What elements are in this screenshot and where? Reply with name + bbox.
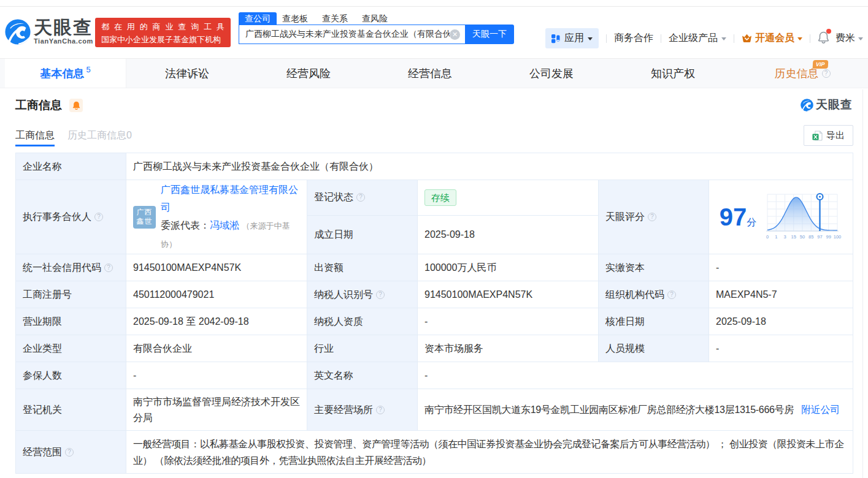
score-number: 97	[720, 203, 747, 230]
table-row: 统一社会信用代码? 91450100MAEXP4N57K 出资额 100000万…	[16, 254, 853, 281]
subscribe-bell-button[interactable]	[69, 99, 83, 112]
apps-menu-button[interactable]: 应用	[545, 28, 599, 48]
paid-capital-value: -	[709, 254, 853, 281]
field-label: 登记状态?	[307, 180, 418, 216]
help-icon[interactable]: ?	[376, 406, 385, 414]
excel-icon	[812, 131, 823, 141]
search-tab-0[interactable]: 查公司	[239, 12, 277, 25]
nav-tab-2[interactable]: 经营风险	[248, 59, 369, 88]
table-row: 企业类型 有限合伙企业 行业 资本市场服务 人员规模 -	[16, 335, 853, 362]
business-coop-link[interactable]: 商务合作	[614, 32, 653, 45]
subtab-history[interactable]: 历史工商信息0	[67, 129, 132, 142]
help-icon[interactable]: ?	[65, 448, 74, 457]
open-vip-button[interactable]: 开通会员	[742, 32, 802, 45]
section-title: 工商信息	[15, 97, 62, 113]
user-menu[interactable]: 费米	[835, 32, 863, 45]
open-vip-label: 开通会员	[755, 32, 794, 45]
subtabs-row: 工商信息 历史工商信息0 导出	[0, 122, 868, 153]
tax-id-value: 91450100MAEXP4N57K	[418, 281, 599, 308]
vip-caret-icon	[797, 37, 802, 40]
field-label: 经营范围?	[16, 431, 126, 474]
export-button[interactable]: 导出	[804, 125, 853, 146]
field-label: 统一社会信用代码?	[16, 254, 126, 281]
clear-search-icon[interactable]: ✕	[450, 29, 460, 40]
slogan-line2: 国家中小企业发展子基金旗下机构	[101, 33, 225, 46]
score-cell: 97分 0131550859799100	[709, 180, 853, 254]
svg-text:1: 1	[775, 234, 777, 240]
help-icon[interactable]: ?	[648, 213, 656, 221]
bell-orange-icon	[72, 101, 80, 110]
enterprise-product-menu[interactable]: 企业级产品	[669, 32, 726, 45]
nearby-company-link[interactable]: 附近公司	[801, 404, 840, 415]
nav-tab-4[interactable]: 公司发展	[491, 59, 612, 88]
field-label: 实缴资本	[599, 254, 709, 281]
staff-value: -	[709, 335, 853, 362]
svg-text:100: 100	[834, 234, 842, 240]
deputy-link[interactable]: 冯域淞	[210, 220, 239, 230]
table-row: 工商注册号 450112000479021 纳税人识别号? 91450100MA…	[16, 281, 853, 308]
en-name-value: -	[418, 362, 853, 389]
field-label: 人员规模	[599, 335, 709, 362]
authority-value: 南宁市市场监督管理局经济技术开发区分局	[126, 389, 307, 431]
search-tabs: 查公司查老板查关系查风险	[239, 12, 514, 25]
table-row: 执行事务合伙人? 广西鑫世 广西鑫世晟私募基金管理有限公司 委派代表：冯域淞 （…	[16, 180, 853, 216]
enterprise-caret-icon	[721, 37, 726, 40]
nav-tab-5[interactable]: 知识产权	[612, 59, 734, 88]
svg-text:97: 97	[818, 234, 823, 240]
help-icon[interactable]: ?	[667, 290, 676, 299]
field-label: 纳税人资质	[307, 308, 418, 335]
tianyancha-eye-icon	[5, 19, 31, 45]
divider	[606, 34, 607, 43]
credit-code-value: 91450100MAEXP4N57K	[126, 254, 307, 281]
top-strip	[0, 0, 868, 7]
nav-tab-3[interactable]: 经营信息	[369, 59, 491, 88]
search-tab-2[interactable]: 查关系	[322, 12, 348, 25]
nav-tab-0[interactable]: 基本信息5	[5, 59, 126, 88]
field-label: 成立日期	[307, 215, 418, 254]
partner-avatar[interactable]: 广西鑫世	[133, 206, 156, 229]
est-date-value: 2025-09-18	[418, 215, 599, 254]
score-unit: 分	[747, 217, 756, 227]
table-row: 经营范围? 一般经营项目：以私募基金从事股权投资、投资管理、资产管理等活动（须在…	[16, 431, 853, 474]
help-icon[interactable]: ?	[104, 264, 113, 272]
search-tab-1[interactable]: 查老板	[282, 12, 308, 25]
main-nav-tabs: 基本信息5法律诉讼经营风险经营信息公司发展知识产权历史信息VIP?	[0, 58, 868, 88]
field-label: 组织机构代码?	[599, 281, 709, 308]
nav-tab-6[interactable]: 历史信息VIP?	[734, 59, 855, 88]
logo-text-cn: 天眼查	[34, 18, 93, 37]
tianyancha-logo[interactable]: 天眼查 TianYanCha.com	[5, 18, 93, 45]
notification-bell[interactable]	[818, 31, 829, 46]
svg-text:3: 3	[784, 234, 786, 240]
svg-text:85: 85	[808, 234, 813, 240]
field-label: 核准日期	[599, 308, 709, 335]
field-label: 天眼评分?	[599, 180, 709, 254]
section-header: 工商信息 天眼查	[0, 88, 868, 122]
divider	[734, 34, 734, 43]
field-label: 纳税人识别号?	[307, 281, 418, 308]
field-label: 执行事务合伙人?	[16, 180, 126, 254]
search-tab-3[interactable]: 查风险	[362, 12, 388, 25]
username: 费米	[835, 32, 855, 45]
content-right-edge	[862, 89, 863, 478]
logo-text-en: TianYanCha.com	[34, 37, 93, 45]
help-icon[interactable]: ?	[94, 213, 103, 221]
field-label: 行业	[307, 335, 418, 362]
apps-label: 应用	[564, 32, 584, 45]
field-label: 工商注册号	[16, 281, 126, 308]
divider	[661, 34, 661, 43]
field-label: 营业期限	[16, 308, 126, 335]
partner-company-link[interactable]: 广西鑫世晟私募基金管理有限公司	[161, 184, 298, 213]
help-icon[interactable]: ?	[822, 69, 831, 78]
field-label: 主要经营场所?	[307, 389, 418, 431]
search-input[interactable]: 广西柳工战兴与未来产业投资基金合伙企业（有限合伙 ✕	[239, 25, 465, 44]
help-icon[interactable]: ?	[376, 290, 385, 299]
address-value: 南宁市经开区国凯大道东19号金凯工业园南区标准厂房总部经济大楼13层1315-6…	[418, 389, 853, 431]
subtab-gongshang[interactable]: 工商信息	[15, 129, 55, 146]
insured-value: -	[126, 362, 307, 389]
slogan-banner: 都在用的商业查询工具 国家中小企业发展子基金旗下机构	[95, 18, 231, 47]
nav-tab-1[interactable]: 法律诉讼	[126, 59, 248, 88]
search-query-text: 广西柳工战兴与未来产业投资基金合伙企业（有限合伙	[245, 29, 450, 40]
svg-text:15: 15	[791, 234, 796, 240]
help-icon[interactable]: ?	[356, 193, 365, 202]
search-button[interactable]: 天眼一下	[465, 25, 514, 44]
